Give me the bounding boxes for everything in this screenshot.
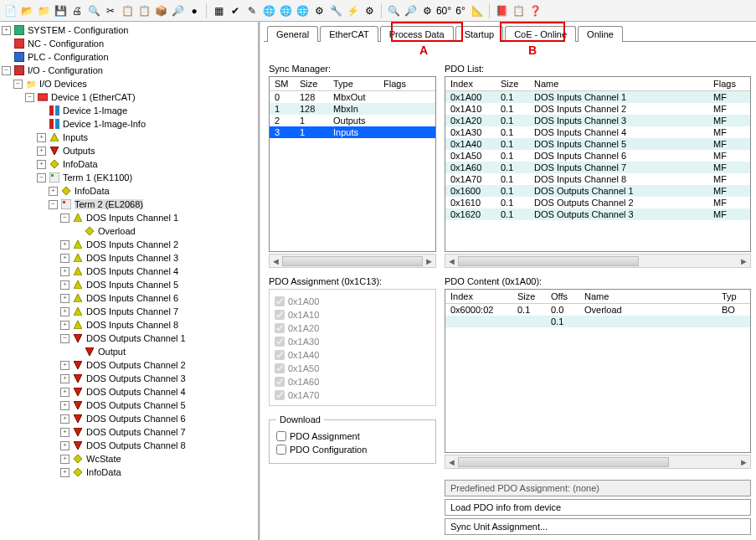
pdo-config-checkbox[interactable] — [276, 445, 286, 455]
sync-manager-table[interactable]: SMSizeTypeFlags0128MbxOut1128MbxIn21Outp… — [270, 77, 435, 138]
pdo-assign-checkbox[interactable] — [275, 390, 285, 400]
predefined-pdo-button[interactable]: Predefined PDO Assignment: (none) — [445, 480, 751, 496]
pdo-assign-checkbox[interactable] — [275, 323, 285, 333]
tree-item[interactable]: −DOS Inputs Channel 1 — [60, 211, 258, 224]
tree-item[interactable]: +InfoData — [37, 157, 258, 171]
toolbar-icon[interactable]: 🔧 — [329, 4, 342, 18]
table-row[interactable]: 0x1A500.1DOS Inputs Channel 6MF — [445, 150, 750, 162]
table-row[interactable]: 0128MbxOut — [270, 91, 435, 104]
tree-item[interactable]: NC - Configuration — [2, 37, 258, 50]
tree-item[interactable]: Device 1-Image — [37, 104, 258, 117]
sync-unit-button[interactable]: Sync Unit Assignment... — [445, 518, 751, 535]
table-row[interactable]: 0x16200.1DOS Outputs Channel 3MF — [445, 208, 750, 220]
pdo-assign-checkbox[interactable] — [275, 377, 285, 387]
tab-process-data[interactable]: Process Data — [380, 26, 454, 42]
tab-coe-online[interactable]: CoE - Online — [505, 26, 576, 42]
tree-item[interactable]: +DOS Inputs Channel 8 — [60, 318, 258, 332]
table-row[interactable]: 0x1A700.1DOS Inputs Channel 8MF — [445, 173, 750, 185]
tree-item[interactable]: +DOS Inputs Channel 6 — [60, 291, 258, 305]
table-row[interactable]: 0x1A300.1DOS Inputs Channel 4MF — [445, 126, 750, 138]
pdo-assign-checkbox[interactable] — [275, 296, 285, 306]
table-row[interactable]: 0x1A100.1DOS Inputs Channel 2MF — [445, 103, 750, 115]
tree-item[interactable]: +DOS Inputs Channel 4 — [60, 265, 258, 278]
tree-item[interactable]: +DOS Outputs Channel 2 — [60, 358, 258, 372]
tree-item[interactable]: +InfoData — [60, 465, 258, 479]
toolbar-icon[interactable]: ✎ — [245, 4, 259, 18]
tree-item[interactable]: +DOS Outputs Channel 8 — [60, 439, 258, 452]
tree-item[interactable]: Device 1-Image-Info — [37, 117, 258, 131]
tree-item[interactable]: +DOS Outputs Channel 4 — [60, 385, 258, 399]
tree-item[interactable]: +Outputs — [37, 144, 258, 157]
toolbar-icon[interactable]: ✔ — [229, 4, 242, 18]
tab-online[interactable]: Online — [578, 26, 623, 42]
tree-item[interactable]: −📁I/O Devices — [13, 77, 258, 90]
scrollbar[interactable]: ◄► — [445, 455, 751, 469]
toolbar-icon[interactable]: 🔍 — [387, 4, 400, 18]
tree-item[interactable]: Overload — [72, 224, 258, 238]
toolbar-icon[interactable]: 📦 — [154, 4, 167, 18]
tree-item[interactable]: +WcState — [60, 452, 258, 465]
toolbar-icon[interactable]: 📋 — [512, 4, 525, 18]
toolbar-icon[interactable]: ▦ — [212, 4, 225, 18]
toolbar-icon[interactable]: ⚙ — [312, 4, 326, 18]
toolbar-icon[interactable]: 🔍 — [87, 4, 100, 18]
toolbar-icon[interactable]: 60° — [437, 4, 450, 18]
tree-item[interactable]: +DOS Outputs Channel 3 — [60, 372, 258, 385]
tree-pane[interactable]: +SYSTEM - ConfigurationNC - Configuratio… — [0, 22, 260, 540]
pdo-list-table[interactable]: IndexSizeNameFlags0x1A000.1DOS Inputs Ch… — [445, 77, 750, 220]
toolbar-icon[interactable]: 📂 — [20, 4, 33, 18]
toolbar-icon[interactable]: 🌐 — [262, 4, 275, 18]
toolbar-icon[interactable]: 🖨 — [70, 4, 84, 18]
tree-item[interactable]: PLC - Configuration — [2, 50, 258, 64]
table-row[interactable]: 21Outputs — [270, 115, 435, 126]
pdo-content-table[interactable]: IndexSizeOffsNameTyp0x6000:020.10.0Overl… — [445, 290, 750, 327]
tree-item[interactable]: +DOS Outputs Channel 5 — [60, 399, 258, 412]
table-row[interactable]: 0x16000.1DOS Outputs Channel 1MF — [445, 185, 750, 197]
table-row[interactable]: 1128MbxIn — [270, 103, 435, 115]
tree-item[interactable]: +DOS Inputs Channel 5 — [60, 278, 258, 291]
tab-startup[interactable]: Startup — [455, 26, 503, 42]
table-row[interactable]: 0x1A000.1DOS Inputs Channel 1MF — [445, 91, 750, 104]
scrollbar[interactable]: ◄► — [269, 254, 436, 268]
tree-item[interactable]: +InfoData — [49, 184, 258, 198]
toolbar-icon[interactable]: 🔎 — [171, 4, 184, 18]
load-pdo-button[interactable]: Load PDO info from device — [445, 499, 751, 516]
pdo-assign-checkbox[interactable] — [275, 350, 285, 360]
table-row[interactable]: 0x16100.1DOS Outputs Channel 2MF — [445, 197, 750, 208]
tree-item[interactable]: −I/O - Configuration — [2, 64, 258, 77]
tree-item[interactable]: Output — [72, 345, 258, 358]
table-row[interactable]: 0x1A400.1DOS Inputs Channel 5MF — [445, 138, 750, 150]
toolbar-icon[interactable]: 📁 — [37, 4, 50, 18]
tab-ethercat[interactable]: EtherCAT — [320, 26, 378, 42]
toolbar-icon[interactable]: 🌐 — [296, 4, 309, 18]
pdo-assignment-checkbox[interactable] — [276, 431, 286, 441]
toolbar-icon[interactable]: ● — [188, 4, 201, 18]
tree-item[interactable]: +DOS Outputs Channel 7 — [60, 425, 258, 439]
toolbar-icon[interactable]: ⚡ — [346, 4, 359, 18]
tree-item[interactable]: +SYSTEM - Configuration — [2, 23, 258, 37]
scrollbar[interactable]: ◄► — [445, 254, 751, 268]
tree-item[interactable]: −Term 1 (EK1100) — [37, 171, 258, 184]
table-row[interactable]: 0.1 — [445, 316, 750, 327]
toolbar-icon[interactable]: 📋 — [121, 4, 134, 18]
tab-general[interactable]: General — [267, 26, 318, 42]
tree-item[interactable]: −Device 1 (EtherCAT) — [25, 90, 258, 104]
tree-item[interactable]: −DOS Outputs Channel 1 — [60, 332, 258, 345]
toolbar-icon[interactable]: ⚙ — [363, 4, 376, 18]
table-row[interactable]: 31Inputs — [270, 126, 435, 138]
pdo-assign-checkbox[interactable] — [275, 363, 285, 373]
tree-item[interactable]: −Term 2 (EL2068) — [49, 198, 258, 211]
pdo-assign-checkbox[interactable] — [275, 337, 285, 347]
toolbar-icon[interactable]: 🔎 — [404, 4, 417, 18]
table-row[interactable]: 0x6000:020.10.0OverloadBO — [445, 304, 750, 316]
pdo-assign-checkbox[interactable] — [275, 310, 285, 320]
toolbar-icon[interactable]: ❓ — [528, 4, 542, 18]
tree-item[interactable]: +DOS Outputs Channel 6 — [60, 412, 258, 425]
toolbar-icon[interactable]: ⚙ — [420, 4, 434, 18]
tree-item[interactable]: +DOS Inputs Channel 3 — [60, 251, 258, 265]
table-row[interactable]: 0x1A200.1DOS Inputs Channel 3MF — [445, 115, 750, 126]
toolbar-icon[interactable]: 📄 — [3, 4, 17, 18]
table-row[interactable]: 0x1A600.1DOS Inputs Channel 7MF — [445, 162, 750, 173]
tree-item[interactable]: +DOS Inputs Channel 2 — [60, 238, 258, 251]
toolbar-icon[interactable]: 6° — [454, 4, 467, 18]
